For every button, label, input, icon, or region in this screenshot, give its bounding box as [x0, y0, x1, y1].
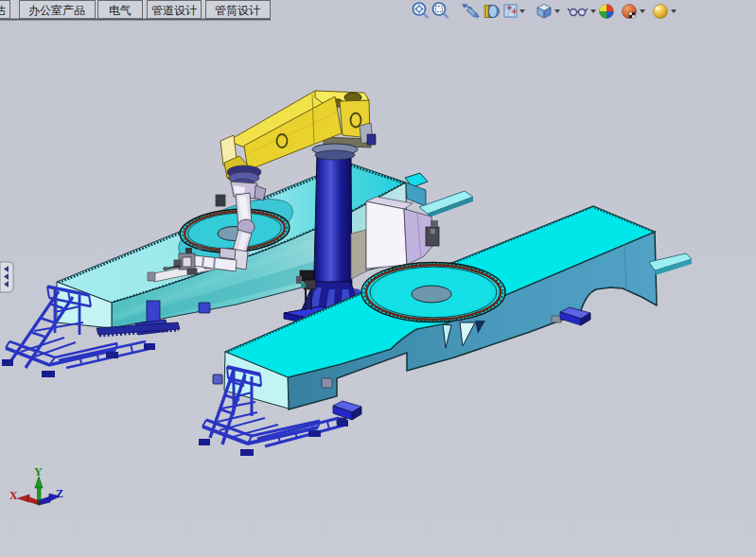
svg-text:电气: 电气: [109, 4, 132, 17]
svg-text:管筒设计: 管筒设计: [215, 4, 260, 17]
svg-text:办公室产品: 办公室产品: [28, 4, 85, 17]
svg-text:Z: Z: [56, 487, 63, 500]
svg-text:X: X: [9, 489, 18, 502]
svg-text:管道设计: 管道设计: [151, 4, 197, 17]
svg-text:Y: Y: [34, 465, 43, 479]
svg-text:估: 估: [0, 4, 6, 17]
